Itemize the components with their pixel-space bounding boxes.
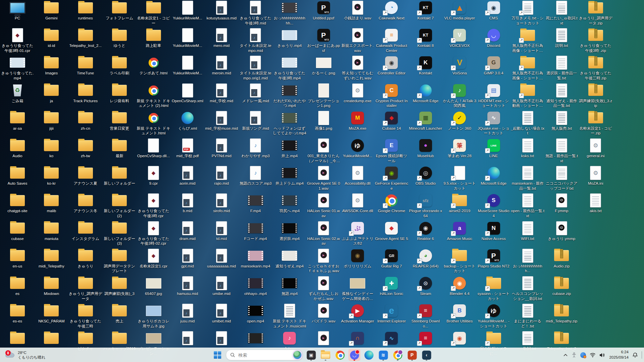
desktop-icon[interactable]: ◉↗Blender 4.4 <box>442 276 477 303</box>
desktop-icon[interactable]: ◆Groove Agent SE 5 <box>374 221 409 248</box>
desktop-icon[interactable]: 通知うぜえ - 親作品一覧.txt <box>544 83 579 110</box>
desktop-icon[interactable]: ≡↗Steinberg Downlo... <box>409 303 443 330</box>
desktop-icon[interactable]: manisekarin.mp4 <box>238 248 273 276</box>
desktop-icon[interactable]: NKSC_PARAM <box>34 303 68 330</box>
desktop-icon[interactable]: ↗無人販売不正行為画像 - ショートカッ... <box>511 27 545 55</box>
desktop-icon[interactable]: ↗無人販売不正行為画像 - ショートカット <box>511 55 545 82</box>
desktop-icon[interactable]: K↗Kontakt <box>409 55 443 82</box>
desktop-icon[interactable]: ♻ごみ箱 <box>0 83 35 110</box>
desktop-icon[interactable]: ↗Microsoft Edge <box>477 165 511 193</box>
desktop-icon[interactable]: 新しいフォルダー <box>102 165 137 193</box>
desktop-icon[interactable]: midi_Telepathy <box>34 248 68 276</box>
desktop-icon[interactable]: ohhayo-.mp4 <box>238 276 273 303</box>
desktop-icon[interactable]: G↗GIMP 3.0.4 <box>477 55 511 82</box>
desktop-icon[interactable]: ⚙AWSSDK.Core.dll <box>340 193 375 220</box>
desktop-icon[interactable]: S↗MuseScore Studio 4 <box>477 193 511 220</box>
taskbar-powerpoint-button[interactable]: P <box>406 349 418 361</box>
desktop-icon[interactable]: 井上.mp4 <box>272 138 307 165</box>
desktop-icon[interactable]: PDFmid_学校.pdf <box>170 138 205 165</box>
desktop-icon[interactable]: sfz↗Plogue sforzando x64 <box>409 193 443 220</box>
desktop-icon[interactable]: 新規 テキスト ドキュメント.musicxml <box>272 303 307 330</box>
desktop-icon[interactable]: ♪PVTNd.mid <box>204 138 238 165</box>
desktop-icon[interactable]: ♪↗かんたん！AITalk 3 関西風 <box>442 83 477 110</box>
desktop-icon[interactable]: 調声練習(失敗)_3 <box>102 276 137 303</box>
desktop-icon[interactable]: おっhhhhhhhhhhh... <box>511 248 545 276</box>
desktop-icon[interactable]: open.mp4 <box>238 303 273 330</box>
desktop-icon[interactable]: chatgpt-site <box>0 193 35 220</box>
desktop-icon[interactable]: 羽尻へ.mp4 <box>272 193 307 220</box>
desktop-icon[interactable]: ♪タイトル未設定.tempo.orig1.mid <box>238 55 273 82</box>
desktop-icon[interactable]: ▶小銭詰まり.wav <box>340 0 375 27</box>
desktop-icon[interactable]: en-us <box>0 248 35 276</box>
desktop-icon[interactable]: ▶↗Activation Manager <box>340 303 375 330</box>
desktop-icon[interactable]: ▶答え知っててもむずいわこれ.wav <box>340 55 375 82</box>
desktop-icon[interactable]: 画像1.png <box>307 110 341 138</box>
desktop-icon[interactable]: Track Pictures <box>68 83 103 110</box>
desktop-icon[interactable]: ◆↗Cubase 14 <box>374 110 409 138</box>
desktop-icon[interactable]: ▶パズドラ.wav <box>307 303 341 330</box>
desktop-icon[interactable]: ▶HALion Sonic 02.wav <box>307 221 341 248</box>
desktop-icon[interactable]: きゅうりボカコレ用サムネ.jpg <box>137 303 171 330</box>
desktop-icon[interactable]: ⚙MoZA.ini <box>579 165 613 193</box>
start-button[interactable] <box>212 349 224 361</box>
desktop-icon[interactable]: N↗Native Access <box>477 221 511 248</box>
desktop-icon[interactable]: YukkuriMovieM... <box>170 55 205 82</box>
desktop-icon[interactable]: ko <box>34 138 68 165</box>
desktop-icon[interactable]: ♪無題のスコア.mp3 <box>238 165 273 193</box>
desktop-icon[interactable]: 新しいフォルダー (2) <box>102 193 137 220</box>
desktop-icon[interactable]: きゅうり.mp4 <box>272 27 307 55</box>
desktop-icon[interactable]: ヘルスコンプレッション__歌詞.txt <box>511 276 545 303</box>
desktop-icon[interactable]: ▤↗HDDFMT.exe - ショートカット <box>477 83 511 110</box>
taskbar-discord-button[interactable]: ◡ <box>348 349 361 361</box>
desktop-icon[interactable]: プレゼンテーション1.png <box>307 83 341 110</box>
desktop-icon[interactable]: ♪mid_学校muse.mid <box>204 110 238 138</box>
desktop-icon[interactable]: きゅうり_調声用データ.zip <box>579 0 613 27</box>
desktop-icon[interactable]: akis.txt <box>579 193 613 220</box>
desktop-icon[interactable]: E↗Epson 接続診断ツール <box>374 138 409 165</box>
desktop-icon[interactable]: アナウンス夏 <box>68 165 103 193</box>
desktop-icon[interactable]: es-es <box>0 303 35 330</box>
desktop-icon[interactable]: かるーく.png <box>307 55 341 82</box>
desktop-icon[interactable]: 選択肢.mp4 <box>272 221 307 248</box>
desktop-icon[interactable]: jijii <box>34 110 68 138</box>
desktop-icon[interactable]: ◆きゅうり食ってた午後3時.cpr <box>137 193 171 220</box>
search-input[interactable] <box>238 352 291 358</box>
desktop-icon[interactable]: Telepathy_Inst_2... <box>68 27 103 55</box>
desktop-icon[interactable]: きゅうり食ってた午後3時 .zip <box>579 27 613 55</box>
desktop-icon[interactable]: ◆9.cpr <box>137 165 171 193</box>
desktop-icon[interactable]: 売上 <box>102 303 137 330</box>
desktop-icon[interactable]: Auto Saves <box>0 165 35 193</box>
desktop-icon[interactable]: MMoZA.exe <box>340 110 375 138</box>
desktop-icon[interactable]: きゅうり食ってた午後三時.zip <box>579 55 613 82</box>
desktop-icon[interactable]: ♪gpt.mid <box>170 248 205 276</box>
desktop-icon[interactable]: ラベル印刷 <box>102 55 137 82</box>
desktop-icon[interactable]: ↗Google Chrome <box>374 193 409 220</box>
desktop-icon[interactable]: ja <box>34 83 68 110</box>
desktop-icon[interactable]: ヘッドフォンはずしててよかっt.mp4 <box>272 110 307 138</box>
desktop-icon[interactable]: 名称未設定1 - コピー.zip <box>579 110 613 138</box>
desktop-icon[interactable]: ゆきゅうり.ymmp <box>544 221 579 248</box>
desktop-icon[interactable]: テンポあて.html <box>137 55 171 82</box>
desktop-icon[interactable]: きゅうり <box>68 248 103 276</box>
desktop-icon[interactable]: ゆ↗YukkuriMovieM... - ショートカット <box>477 303 511 330</box>
desktop-icon[interactable]: ✚↗HALion Sonic <box>374 276 409 303</box>
desktop-icon[interactable]: 調声練習(失敗)_3.zip <box>579 83 613 110</box>
desktop-icon[interactable]: runtimes <box>68 0 103 27</box>
desktop-icon[interactable]: ゆF.ymmp <box>544 193 579 220</box>
desktop-icon[interactable]: 新しいフォルダー (3) <box>102 221 137 248</box>
desktop-icon[interactable]: ⚙Accessibility.dll <box>340 165 375 193</box>
desktop-icon[interactable]: ∿↗JQuake.exe - ショートカット <box>477 110 511 138</box>
desktop-icon[interactable]: LINE↗LINE <box>477 138 511 165</box>
desktop-icon[interactable]: フォトフレーム <box>102 0 137 27</box>
desktop-icon[interactable]: ♪きゅうり食ってた午後3時.mid <box>238 0 273 27</box>
desktop-icon[interactable]: KT↗Kontakt 7 <box>409 0 443 27</box>
desktop-icon[interactable]: 営業日変更 <box>102 110 137 138</box>
desktop-icon[interactable]: ニコニコバックアップコードtxt <box>544 165 579 193</box>
desktop-icon[interactable]: ♪新規ソング.mid <box>238 110 273 138</box>
desktop-icon[interactable]: 調声用データテンプレート <box>102 248 137 276</box>
desktop-icon[interactable]: cubase.zip <box>544 276 579 303</box>
desktop-icon[interactable]: ⊙↗Steam <box>409 276 443 303</box>
desktop-icon[interactable]: Fコード.mp4 <box>238 221 273 248</box>
taskbar-file-explorer-button[interactable] <box>320 349 332 361</box>
desktop-icon[interactable]: V↗VoiSona <box>442 55 477 82</box>
